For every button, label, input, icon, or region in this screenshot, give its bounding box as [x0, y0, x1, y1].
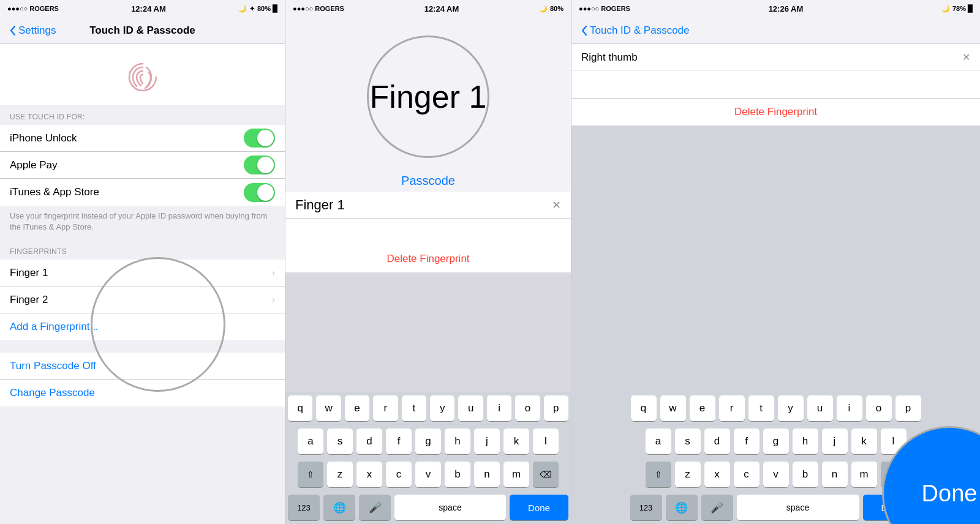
key-e-3[interactable]: e	[690, 395, 715, 421]
key-t-2[interactable]: t	[402, 395, 426, 421]
back-label-1: Settings	[18, 24, 56, 37]
key-r-3[interactable]: r	[719, 395, 745, 421]
back-button-1[interactable]: Settings	[10, 24, 56, 37]
key-p-2[interactable]: p	[544, 395, 568, 421]
finger2-row[interactable]: Finger 2 ›	[0, 286, 285, 313]
delete-fingerprint-btn[interactable]: Delete Fingerprint	[285, 245, 571, 272]
key-space-2[interactable]: space	[394, 495, 506, 520]
finger1-input-row: ✕	[285, 192, 571, 219]
key-shift-3[interactable]: ⇧	[646, 462, 671, 487]
key-globe-3[interactable]: 🌐	[666, 495, 698, 520]
spacer-3	[571, 125, 980, 392]
key-j-3[interactable]: j	[822, 429, 848, 454]
apple-pay-toggle[interactable]	[244, 155, 275, 174]
key-n-3[interactable]: n	[822, 462, 848, 487]
key-mic-3[interactable]: 🎤	[701, 495, 733, 520]
key-s-3[interactable]: s	[675, 429, 701, 454]
clear-finger1-btn[interactable]: ✕	[552, 198, 561, 212]
key-i-3[interactable]: i	[837, 395, 862, 421]
key-m-3[interactable]: m	[851, 462, 877, 487]
nav-title-1: Touch ID & Passcode	[89, 24, 195, 37]
key-mic-2[interactable]: 🎤	[359, 495, 391, 520]
touch-id-section: iPhone Unlock Apple Pay iTunes & App Sto…	[0, 125, 285, 206]
key-a-2[interactable]: a	[298, 429, 323, 454]
key-m-2[interactable]: m	[503, 462, 529, 487]
change-passcode-label: Change Passcode	[10, 387, 95, 399]
finger1-row[interactable]: Finger 1 ›	[0, 260, 285, 286]
key-g-2[interactable]: g	[415, 429, 441, 454]
key-done-2[interactable]: Done	[510, 495, 568, 520]
key-delete-2[interactable]: ⌫	[533, 462, 559, 487]
itunes-desc: Use your fingerprint instead of your App…	[0, 206, 285, 240]
itunes-toggle[interactable]	[244, 183, 275, 202]
key-r-2[interactable]: r	[373, 395, 398, 421]
key-f-3[interactable]: f	[734, 429, 760, 454]
spacer-1	[0, 340, 285, 353]
key-j-2[interactable]: j	[474, 429, 500, 454]
key-d-3[interactable]: d	[704, 429, 730, 454]
key-f-2[interactable]: f	[386, 429, 412, 454]
fingerprint-icon-container	[0, 44, 285, 105]
key-h-2[interactable]: h	[445, 429, 470, 454]
icons-2: 🌙 80%	[539, 5, 564, 13]
nav-bar-3: Touch ID & Passcode	[571, 17, 980, 44]
key-z-2[interactable]: z	[327, 462, 353, 487]
key-globe-2[interactable]: 🌐	[323, 495, 355, 520]
key-s-2[interactable]: s	[327, 429, 353, 454]
key-i-2[interactable]: i	[487, 395, 511, 421]
key-g-3[interactable]: g	[763, 429, 789, 454]
key-u-2[interactable]: u	[458, 395, 483, 421]
key-k-2[interactable]: k	[503, 429, 529, 454]
key-v-3[interactable]: v	[763, 462, 789, 487]
key-c-2[interactable]: c	[386, 462, 412, 487]
key-t-3[interactable]: t	[748, 395, 774, 421]
key-p-3[interactable]: p	[895, 395, 921, 421]
key-o-3[interactable]: o	[866, 395, 892, 421]
key-d-2[interactable]: d	[356, 429, 382, 454]
key-e-2[interactable]: e	[345, 395, 369, 421]
fingerprint-svg	[124, 59, 161, 95]
key-a-3[interactable]: a	[646, 429, 671, 454]
key-w-2[interactable]: w	[316, 395, 341, 421]
key-h-3[interactable]: h	[793, 429, 818, 454]
key-n-2[interactable]: n	[474, 462, 500, 487]
done-circle-label: Done	[922, 481, 978, 507]
turn-passcode-off-row[interactable]: Turn Passcode Off	[0, 353, 285, 380]
key-shift-2[interactable]: ⇧	[298, 462, 323, 487]
change-passcode-row[interactable]: Change Passcode	[0, 380, 285, 406]
key-x-2[interactable]: x	[356, 462, 382, 487]
key-v-2[interactable]: v	[415, 462, 441, 487]
key-q-3[interactable]: q	[631, 395, 657, 421]
back-button-3[interactable]: Touch ID & Passcode	[581, 24, 690, 37]
key-space-3[interactable]: space	[737, 495, 859, 520]
finger1-input[interactable]	[295, 197, 552, 213]
key-q-2[interactable]: q	[288, 395, 312, 421]
key-l-2[interactable]: l	[533, 429, 559, 454]
key-123-3[interactable]: 123	[630, 495, 662, 520]
key-c-3[interactable]: c	[734, 462, 760, 487]
key-w-3[interactable]: w	[660, 395, 686, 421]
content-1: USE TOUCH ID FOR: iPhone Unlock Apple Pa…	[0, 44, 285, 524]
moon-icon-3: 🌙	[941, 5, 950, 13]
key-z-3[interactable]: z	[675, 462, 701, 487]
clear-right-thumb-btn[interactable]: ✕	[962, 51, 970, 63]
kb-row2-2: a s d f g h j k l	[285, 425, 571, 458]
key-y-2[interactable]: y	[430, 395, 454, 421]
apple-pay-label: Apple Pay	[10, 159, 58, 171]
key-123-2[interactable]: 123	[288, 495, 320, 520]
right-thumb-input[interactable]	[581, 51, 962, 64]
delete-fingerprint-btn-3[interactable]: Delete Fingerprint	[571, 99, 980, 125]
iphone-unlock-toggle[interactable]	[244, 129, 275, 148]
iphone-unlock-row: iPhone Unlock	[0, 125, 285, 152]
key-u-3[interactable]: u	[807, 395, 833, 421]
key-b-3[interactable]: b	[793, 462, 818, 487]
add-fingerprint-row[interactable]: Add a Fingerprint...	[0, 313, 285, 340]
key-b-2[interactable]: b	[445, 462, 470, 487]
icons-1: 🌙 ✦ 80% ▉	[238, 5, 277, 13]
key-k-3[interactable]: k	[851, 429, 877, 454]
battery-2: 80%	[550, 5, 564, 12]
passcode-section: Turn Passcode Off Change Passcode	[0, 353, 285, 406]
key-x-3[interactable]: x	[704, 462, 730, 487]
key-o-2[interactable]: o	[515, 395, 540, 421]
key-y-3[interactable]: y	[778, 395, 804, 421]
